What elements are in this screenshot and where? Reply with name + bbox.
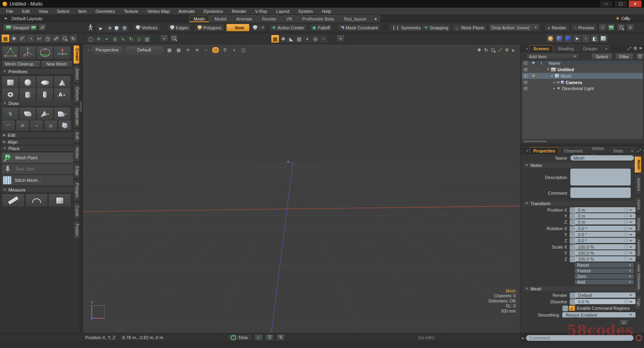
section-primitives[interactable]: ▼ Primitives — [1, 69, 74, 74]
panel-splitter[interactable] — [520, 144, 644, 146]
menu-view[interactable]: View — [34, 9, 53, 14]
side-tab-mesh[interactable]: Mesh — [634, 156, 642, 173]
rotation-y-input[interactable]: 0.0 °◂▸ — [575, 232, 636, 237]
notes-section-header[interactable]: ▼ Notes — [524, 163, 635, 168]
preset-cube-icon[interactable]: ▢ — [87, 35, 95, 43]
section-edit[interactable]: ▶ Edit — [1, 132, 74, 138]
symmetry-button[interactable]: ❘❘ Symmetry — [389, 24, 424, 31]
pages-toggle-icon[interactable]: ◫ — [240, 47, 247, 53]
mini-slider-icon[interactable]: ◂▸ — [629, 245, 632, 249]
more-properties-button[interactable]: » — [619, 319, 628, 325]
preset-cut-icon[interactable]: ⌖ — [103, 35, 111, 43]
command-regions-checkbox[interactable]: ✓ — [569, 305, 575, 311]
scenes-gear-icon[interactable]: ⚙ — [633, 46, 637, 51]
form-grid-icon[interactable] — [607, 24, 615, 31]
dissolve-input[interactable]: 0.0 %◂▸ — [575, 299, 636, 304]
tab-render[interactable]: Render — [258, 15, 281, 22]
bezier-tool-button[interactable]: ⁂ — [16, 120, 29, 131]
side-tab-user-channels[interactable]: User Channels — [634, 261, 642, 293]
disable-toggle-icon[interactable]: ✕ — [184, 47, 191, 53]
mesh-paint-tool[interactable]: Mesh Paint — [1, 152, 74, 163]
menu-render[interactable]: Render — [227, 9, 251, 14]
layout-up-icon[interactable]: ⏶ — [0, 16, 12, 21]
ellipsoid-primitive-button[interactable] — [36, 76, 54, 89]
tab-modo[interactable]: Modo — [189, 15, 209, 22]
mode-item-button[interactable]: Item — [226, 24, 250, 31]
select-tool-icon[interactable]: ◸ — [19, 35, 26, 42]
sketch-tool-button[interactable] — [58, 120, 72, 131]
matcap-toggle-icon[interactable]: ◖ — [231, 47, 237, 53]
position-y-input[interactable]: 0 m◂▸ — [575, 213, 636, 218]
tree-row-mesh[interactable]: ✛ ▸ Mesh — [522, 73, 643, 79]
dial-tool-icon[interactable]: ◔ — [27, 35, 35, 42]
mini-slider-icon[interactable]: ◂▸ — [629, 208, 632, 212]
projection-dropdown[interactable]: Perspective — [92, 47, 122, 54]
add-item-dropdown[interactable]: Add Item ▼ — [526, 53, 579, 60]
macro-record-icon[interactable] — [636, 335, 642, 341]
viewport-more-icon[interactable]: ▶ — [512, 48, 515, 52]
sidebar-tab-vertex[interactable]: Vertex — [73, 144, 80, 162]
instance-item-shortcut-icon[interactable] — [564, 35, 572, 42]
axis-drill-tool-button[interactable] — [19, 46, 36, 60]
envelope-icon[interactable] — [624, 220, 628, 224]
mode-polygons-button[interactable]: Polygons — [194, 24, 225, 31]
checkbox-mini-button[interactable] — [562, 305, 568, 311]
position-x-input[interactable]: 0 m◂▸ — [575, 207, 636, 212]
mesh-cleanup-button[interactable]: Mesh Cleanup... — [2, 60, 41, 68]
cube-primitive-button[interactable] — [2, 76, 19, 89]
circles-tool-button[interactable]: ◎ — [44, 120, 58, 131]
expand-panel-icon[interactable]: ⤢ — [627, 46, 631, 51]
transform-section-header[interactable]: ▼ Transform — [524, 201, 635, 206]
render-dropdown[interactable]: Default▼ — [575, 292, 636, 298]
filter-button[interactable]: Filter — [615, 53, 634, 60]
duplicate-items-icon[interactable]: ◧ — [591, 35, 599, 42]
ruler-tool-button[interactable] — [2, 194, 25, 207]
section-align[interactable]: ▶ Align — [1, 139, 74, 144]
kits-button[interactable]: ⚙ Kits — [626, 24, 634, 31]
name-column-header[interactable]: Name — [545, 61, 560, 66]
menu-edit[interactable]: Edit — [18, 9, 34, 14]
sidebar-tab-duplicate[interactable]: Duplicate — [73, 105, 80, 128]
menu-texture[interactable]: Texture — [120, 9, 143, 14]
viewport-menu-dot[interactable]: ● — [88, 49, 89, 51]
preset-search-button[interactable] — [170, 35, 178, 42]
mesh-section-header[interactable]: ▼ Mesh — [524, 286, 635, 291]
viewport-3d[interactable]: ● Perspective Default ▩ ▦ ✕ ≋ ⌐ ⏻ ⚲ ◖ ◫ … — [83, 44, 520, 333]
menu-help[interactable]: Help — [318, 9, 336, 14]
hook-tool-icon[interactable]: ↩ — [35, 35, 43, 42]
refresh-tool-icon[interactable]: ↻ — [69, 35, 77, 42]
tree-row-camera[interactable]: ▸ (● Camera — [522, 79, 643, 85]
preset-rotate-icon[interactable]: ↻ — [127, 35, 135, 43]
tree-scrollbar[interactable] — [522, 140, 643, 143]
envelope-icon[interactable] — [624, 251, 628, 255]
sidebar-tab-edit[interactable]: Edit — [73, 129, 80, 142]
new-mesh-button[interactable]: New Mesh — [41, 60, 72, 68]
eye-icon[interactable] — [522, 87, 529, 90]
create-mode-icon[interactable]: ▦ — [2, 35, 9, 42]
menu-file[interactable]: File — [2, 9, 18, 14]
preset-camera-icon[interactable]: ◎ — [111, 35, 119, 43]
eye-icon[interactable] — [522, 81, 529, 84]
mini-slider-icon[interactable]: ◂▸ — [629, 239, 632, 242]
cursor-select-icon[interactable]: ➤ — [97, 25, 104, 32]
mode-vertices-button[interactable]: Vertices — [133, 24, 161, 31]
add-preset-button[interactable]: + — [160, 35, 168, 42]
rotation-x-input[interactable]: 0.0 °◂▸ — [575, 226, 636, 231]
preset-curve-icon[interactable]: ∿ — [119, 35, 127, 43]
scale-x-input[interactable]: 100.0 %◂▸ — [575, 244, 636, 249]
paint-select-icon[interactable]: ⁙ — [105, 25, 112, 32]
default-layouts-label[interactable]: Default Layouts — [12, 16, 42, 21]
falloff-button[interactable]: ◉ Falloff — [309, 24, 333, 31]
mini-slider-icon[interactable]: ◂▸ — [629, 227, 632, 230]
close-button[interactable]: ✕ — [629, 0, 642, 7]
eye-icon[interactable] — [522, 68, 529, 71]
item-cut-icon[interactable]: ⌖ — [303, 35, 311, 43]
shading-preset-dropdown[interactable]: Default — [125, 47, 163, 54]
zoom-icon[interactable] — [491, 48, 495, 52]
tree-scrollbar-handle[interactable] — [523, 140, 547, 142]
mode-extra-button[interactable]: ▼ — [251, 24, 266, 31]
tab-shading[interactable]: Shading — [554, 45, 578, 51]
viewport-layout-icon[interactable] — [29, 24, 37, 31]
mini-slider-icon[interactable]: ◂▸ — [629, 233, 632, 236]
add-layout-tab-button[interactable]: + — [371, 15, 380, 22]
